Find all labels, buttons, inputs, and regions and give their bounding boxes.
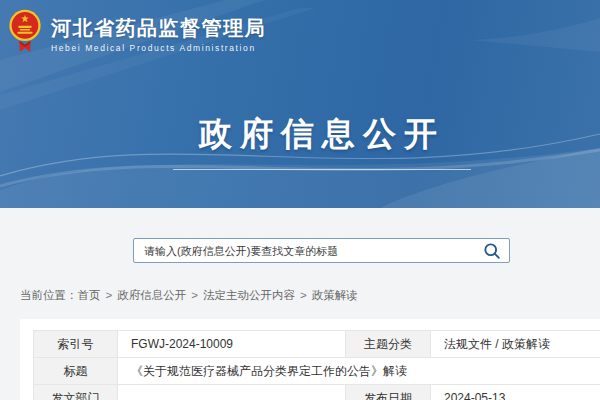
meta-value-title: 《关于规范医疗器械产品分类界定工作的公告》解读 — [118, 358, 600, 385]
search-box — [133, 238, 510, 263]
breadcrumb-item-policy-interpretation: 政策解读 — [312, 289, 358, 301]
breadcrumb-separator: > — [300, 289, 307, 301]
breadcrumb-item-gov-info[interactable]: 政府信息公开 — [117, 289, 186, 301]
breadcrumb-separator: > — [191, 289, 198, 301]
search-input[interactable] — [134, 239, 509, 262]
breadcrumb-separator: > — [106, 289, 113, 301]
meta-label-topic-category: 主题分类 — [346, 331, 431, 358]
table-row: 发文部门 发布日期 2024-05-13 — [34, 385, 600, 400]
page-title: 政府信息公开 — [0, 117, 600, 150]
meta-label-index-number: 索引号 — [34, 331, 118, 358]
org-name-zh: 河北省药品监督管理局 — [51, 17, 266, 39]
content-panel: 索引号 FGWJ-2024-10009 主题分类 法规文件 / 政策解读 标题 … — [20, 319, 600, 400]
meta-value-issuing-department — [118, 385, 346, 400]
top-banner: 河北省药品监督管理局 Hebei Medical Products Admini… — [0, 0, 600, 208]
table-row: 索引号 FGWJ-2024-10009 主题分类 法规文件 / 政策解读 — [34, 331, 600, 358]
meta-value-publish-date: 2024-05-13 — [431, 385, 600, 400]
document-meta-table: 索引号 FGWJ-2024-10009 主题分类 法规文件 / 政策解读 标题 … — [33, 330, 600, 400]
national-emblem-icon — [8, 9, 42, 55]
breadcrumb-item-disclosure-content[interactable]: 法定主动公开内容 — [203, 289, 295, 301]
site-header: 河北省药品监督管理局 Hebei Medical Products Admini… — [8, 9, 266, 55]
breadcrumb: 当前位置：首页>政府信息公开>法定主动公开内容>政策解读 — [20, 288, 358, 303]
org-names: 河北省药品监督管理局 Hebei Medical Products Admini… — [51, 9, 266, 53]
meta-value-index-number: FGWJ-2024-10009 — [118, 331, 346, 358]
table-row: 标题 《关于规范医疗器械产品分类界定工作的公告》解读 — [34, 358, 600, 385]
meta-label-publish-date: 发布日期 — [346, 385, 431, 400]
breadcrumb-item-home[interactable]: 首页 — [78, 289, 101, 301]
meta-value-topic-category: 法规文件 / 政策解读 — [431, 331, 600, 358]
breadcrumb-prefix: 当前位置： — [20, 289, 78, 301]
search-icon[interactable] — [483, 242, 501, 260]
title-underline — [173, 169, 471, 170]
page: 河北省药品监督管理局 Hebei Medical Products Admini… — [0, 0, 600, 400]
meta-label-issuing-department: 发文部门 — [34, 385, 118, 400]
org-name-en: Hebei Medical Products Administration — [51, 43, 266, 53]
meta-label-title: 标题 — [34, 358, 118, 385]
